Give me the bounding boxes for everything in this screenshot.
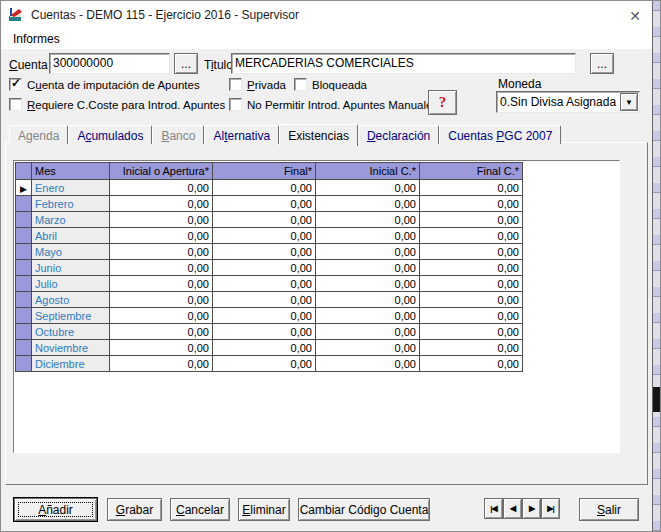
grid-cell-value[interactable]: 0,00 bbox=[316, 276, 420, 292]
col-header-mes[interactable]: Mes bbox=[32, 163, 110, 180]
nav-next-icon[interactable]: ▶ bbox=[522, 498, 541, 519]
help-button[interactable]: ? bbox=[428, 90, 457, 115]
titulo-browse-button[interactable]: ... bbox=[590, 53, 614, 74]
grid-cell-value[interactable]: 0,00 bbox=[316, 212, 420, 228]
grid-cell-value[interactable]: 0,00 bbox=[110, 180, 213, 196]
grabar-button[interactable]: Grabar bbox=[107, 498, 162, 521]
grid-cell-value[interactable]: 0,00 bbox=[213, 180, 316, 196]
grid-cell-month[interactable]: Noviembre bbox=[32, 340, 110, 356]
row-selector[interactable] bbox=[16, 212, 32, 228]
col-header-inicial-c[interactable]: Inicial C.* bbox=[316, 163, 420, 180]
grid-cell-value[interactable]: 0,00 bbox=[420, 228, 523, 244]
grid-cell-value[interactable]: 0,00 bbox=[420, 244, 523, 260]
row-selector[interactable] bbox=[16, 308, 32, 324]
grid-cell-value[interactable]: 0,00 bbox=[316, 292, 420, 308]
grid-cell-month[interactable]: Febrero bbox=[32, 196, 110, 212]
grid-cell-value[interactable]: 0,00 bbox=[213, 356, 316, 372]
grid-cell-value[interactable]: 0,00 bbox=[316, 244, 420, 260]
close-icon[interactable]: ✕ bbox=[621, 5, 649, 27]
nav-last-icon[interactable]: ▶| bbox=[541, 498, 560, 519]
row-selector[interactable] bbox=[16, 324, 32, 340]
row-selector[interactable] bbox=[16, 260, 32, 276]
checkbox-privada[interactable]: Privada bbox=[229, 78, 286, 91]
grid-cell-value[interactable]: 0,00 bbox=[110, 228, 213, 244]
grid-cell-value[interactable]: 0,00 bbox=[420, 356, 523, 372]
grid-cell-month[interactable]: Septiembre bbox=[32, 308, 110, 324]
grid-cell-value[interactable]: 0,00 bbox=[110, 212, 213, 228]
grid-cell-value[interactable]: 0,00 bbox=[316, 356, 420, 372]
row-selector[interactable]: ▶ bbox=[16, 180, 32, 196]
col-header-final[interactable]: Final* bbox=[213, 163, 316, 180]
salir-button[interactable]: Salir bbox=[579, 498, 639, 521]
grid-cell-value[interactable]: 0,00 bbox=[110, 308, 213, 324]
cuenta-input[interactable]: 300000000 bbox=[49, 53, 170, 74]
grid-cell-value[interactable]: 0,00 bbox=[420, 212, 523, 228]
grid-cell-value[interactable]: 0,00 bbox=[316, 228, 420, 244]
grid-cell-month[interactable]: Julio bbox=[32, 276, 110, 292]
grid-cell-month[interactable]: Diciembre bbox=[32, 356, 110, 372]
grid-cell-value[interactable]: 0,00 bbox=[213, 228, 316, 244]
tab-banco[interactable]: Banco bbox=[152, 125, 204, 144]
grid-cell-month[interactable]: Abril bbox=[32, 228, 110, 244]
checkbox-no-permitir[interactable]: No Permitir Introd. Apuntes Manuales bbox=[229, 98, 438, 111]
grid-cell-value[interactable]: 0,00 bbox=[110, 356, 213, 372]
checkbox-bloqueada[interactable]: Bloqueada bbox=[294, 78, 367, 91]
grid-cell-month[interactable]: Marzo bbox=[32, 212, 110, 228]
grid-cell-value[interactable]: 0,00 bbox=[110, 276, 213, 292]
chevron-down-icon[interactable]: ▼ bbox=[620, 93, 638, 111]
grid-cell-value[interactable]: 0,00 bbox=[213, 212, 316, 228]
grid-cell-value[interactable]: 0,00 bbox=[420, 180, 523, 196]
cambiar-codigo-cuenta-button[interactable]: Cambiar Código Cuenta bbox=[298, 498, 430, 521]
grid-cell-value[interactable]: 0,00 bbox=[316, 308, 420, 324]
row-selector[interactable] bbox=[16, 356, 32, 372]
tab-agenda[interactable]: Agenda bbox=[9, 125, 68, 144]
tab-acumulados[interactable]: Acumulados bbox=[68, 125, 152, 144]
row-selector[interactable] bbox=[16, 196, 32, 212]
grid-cell-value[interactable]: 0,00 bbox=[213, 308, 316, 324]
grid-cell-value[interactable]: 0,00 bbox=[213, 340, 316, 356]
grid-cell-value[interactable]: 0,00 bbox=[420, 308, 523, 324]
cuenta-browse-button[interactable]: ... bbox=[174, 53, 198, 74]
grid-cell-month[interactable]: Agosto bbox=[32, 292, 110, 308]
row-selector[interactable] bbox=[16, 244, 32, 260]
grid-cell-value[interactable]: 0,00 bbox=[316, 260, 420, 276]
moneda-select[interactable]: 0.Sin Divisa Asignada ▼ bbox=[496, 91, 640, 113]
tab-alternativa[interactable]: Alternativa bbox=[204, 125, 279, 144]
grid-cell-value[interactable]: 0,00 bbox=[316, 340, 420, 356]
grid-cell-value[interactable]: 0,00 bbox=[420, 340, 523, 356]
row-selector[interactable] bbox=[16, 292, 32, 308]
grid-cell-value[interactable]: 0,00 bbox=[110, 260, 213, 276]
checkbox-cuenta-imputacion[interactable]: ✓ Cuenta de imputación de Apuntes bbox=[9, 78, 200, 91]
nav-prev-icon[interactable]: ◀ bbox=[503, 498, 522, 519]
row-selector[interactable] bbox=[16, 228, 32, 244]
anadir-button[interactable]: Añadir bbox=[14, 498, 97, 521]
col-header-inicial-apertura[interactable]: Inicial o Apertura* bbox=[110, 163, 213, 180]
grid-cell-value[interactable]: 0,00 bbox=[316, 180, 420, 196]
tab-declaracion[interactable]: Declaración bbox=[358, 125, 439, 144]
checkbox-requiere-ccoste[interactable]: Requiere C.Coste para Introd. Apuntes bbox=[9, 98, 225, 111]
eliminar-button[interactable]: Eliminar bbox=[238, 498, 290, 521]
menu-informes[interactable]: Informes bbox=[7, 31, 66, 47]
grid-cell-value[interactable]: 0,00 bbox=[213, 196, 316, 212]
col-header-final-c[interactable]: Final C.* bbox=[420, 163, 523, 180]
cancelar-button[interactable]: Cancelar bbox=[170, 498, 230, 521]
tab-cuentas-pgc-2007[interactable]: Cuentas PGC 2007 bbox=[439, 125, 561, 144]
grid-cell-value[interactable]: 0,00 bbox=[110, 324, 213, 340]
grid-cell-value[interactable]: 0,00 bbox=[316, 324, 420, 340]
grid-cell-value[interactable]: 0,00 bbox=[420, 324, 523, 340]
row-selector[interactable] bbox=[16, 340, 32, 356]
grid-cell-value[interactable]: 0,00 bbox=[213, 324, 316, 340]
grid-cell-value[interactable]: 0,00 bbox=[420, 196, 523, 212]
grid-cell-value[interactable]: 0,00 bbox=[420, 260, 523, 276]
grid-cell-value[interactable]: 0,00 bbox=[110, 292, 213, 308]
grid-cell-value[interactable]: 0,00 bbox=[110, 196, 213, 212]
grid-cell-value[interactable]: 0,00 bbox=[316, 196, 420, 212]
grid-cell-month[interactable]: Enero bbox=[32, 180, 110, 196]
grid-cell-month[interactable]: Junio bbox=[32, 260, 110, 276]
tab-existencias[interactable]: Existencias bbox=[279, 124, 358, 146]
grid-cell-value[interactable]: 0,00 bbox=[110, 340, 213, 356]
grid-cell-value[interactable]: 0,00 bbox=[420, 292, 523, 308]
grid-cell-value[interactable]: 0,00 bbox=[213, 260, 316, 276]
nav-first-icon[interactable]: |◀ bbox=[484, 498, 503, 519]
titulo-input[interactable]: MERCADERIAS COMERCIALES bbox=[231, 53, 576, 74]
